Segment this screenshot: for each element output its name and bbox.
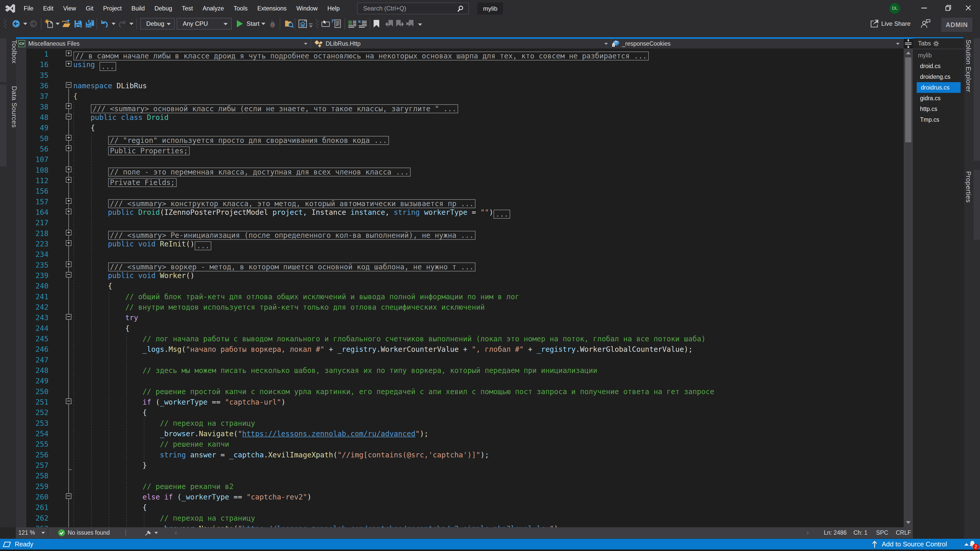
code-line-257[interactable]: } — [73, 460, 147, 471]
code-line-218[interactable]: /// <summary> Ре-инициализация (после оп… — [73, 228, 476, 240]
code-line-50[interactable]: // "region" используется просто для свор… — [73, 133, 389, 145]
zoom-caret[interactable] — [41, 532, 45, 534]
navigate-forward-icon[interactable] — [29, 20, 38, 28]
code-line-253[interactable]: // переход на страницу — [73, 418, 255, 429]
source-control-caret[interactable] — [964, 543, 969, 546]
account-button[interactable]: ADMIN — [941, 17, 972, 32]
code-line-239[interactable]: public void Worker() — [73, 270, 194, 281]
menu-extensions[interactable]: Extensions — [252, 0, 291, 17]
collapsed-region[interactable]: /// <summary> конструктор класса, это ме… — [108, 199, 476, 208]
code-line-260[interactable]: else if (_workerType == "captcha-rev2") — [73, 492, 311, 502]
expand-region-button[interactable]: + — [66, 145, 72, 151]
redo-icon[interactable] — [118, 20, 126, 28]
code-line-261[interactable]: { — [73, 502, 147, 513]
live-share-label[interactable]: Live Share — [881, 17, 911, 30]
collapse-region-button[interactable]: − — [66, 314, 72, 320]
start-debug-icon[interactable] — [236, 20, 244, 28]
menu-test[interactable]: Test — [177, 0, 198, 17]
expand-region-button[interactable]: + — [66, 61, 72, 67]
notification-badge[interactable]: 2 — [973, 544, 979, 550]
health-check-icon[interactable] — [58, 529, 65, 537]
code-editor[interactable]: 1+// в самом начале либы в классе дроид … — [16, 48, 904, 527]
code-line-250[interactable]: // решение простой капчи с поиском урла … — [73, 386, 714, 397]
menu-debug[interactable]: Debug — [150, 0, 177, 17]
web-browser-icon[interactable] — [298, 19, 307, 28]
collapsed-region[interactable]: // поле - это переменная класса, доступн… — [108, 168, 410, 176]
feedback-icon[interactable] — [921, 19, 931, 28]
tool-tab-toolbox[interactable]: Toolbox — [10, 40, 18, 64]
scrollbar-up-arrow[interactable] — [905, 51, 911, 55]
navbar-type-dropdown-label[interactable]: DLibRus.Http — [326, 39, 361, 48]
code-line-240[interactable]: { — [73, 281, 112, 291]
hot-reload-icon[interactable] — [269, 19, 277, 28]
expand-region-button[interactable]: + — [66, 103, 72, 109]
collapse-region-button[interactable]: − — [66, 272, 72, 278]
open-file-icon[interactable] — [62, 19, 71, 28]
health-status[interactable]: No issues found — [68, 527, 110, 538]
editor-splitter-handle[interactable] — [904, 39, 913, 48]
redo-dropdown[interactable] — [129, 23, 134, 25]
code-line-37[interactable]: { — [73, 91, 78, 102]
undo-dropdown[interactable] — [111, 23, 116, 25]
tab-gidra-cs[interactable]: gidra.cs — [913, 93, 964, 103]
code-cleanup-caret[interactable] — [154, 532, 158, 534]
code-line-262[interactable]: // переход на страницу — [73, 513, 255, 524]
collapse-region-button[interactable]: − — [66, 114, 72, 119]
restore-button[interactable] — [935, 0, 959, 16]
collapsed-region[interactable]: // в самом начале либы в классе дроид я … — [73, 52, 649, 60]
code-line-157[interactable]: /// <summary> конструктор класса, это ме… — [73, 197, 476, 208]
expand-region-button[interactable]: + — [66, 51, 72, 56]
save-icon[interactable] — [74, 20, 82, 28]
collapsed-region[interactable]: /// <summary> Ре-инициализация (после оп… — [108, 231, 476, 240]
code-line-49[interactable]: { — [73, 123, 95, 133]
new-file-dropdown[interactable] — [56, 23, 60, 25]
toolbar-grip[interactable] — [316, 19, 319, 29]
save-all-icon[interactable] — [85, 19, 95, 28]
code-line-255[interactable]: // решение капчи — [73, 439, 229, 449]
hscroll-left-arrow[interactable] — [173, 530, 177, 535]
tool-tab-solution-explorer[interactable]: Solution Explorer — [964, 40, 972, 92]
previous-bookmark-icon[interactable] — [385, 19, 393, 28]
expand-region-button[interactable]: + — [66, 240, 72, 246]
menu-project[interactable]: Project — [98, 0, 127, 17]
collapse-region-button[interactable]: − — [66, 399, 72, 404]
tab-group-mylib[interactable]: mylib — [913, 50, 964, 61]
code-line-56[interactable]: Public Properties; — [73, 144, 190, 156]
navbar-project-dropdown-label[interactable]: Miscellaneous Files — [28, 39, 80, 48]
configuration-dropdown[interactable]: Debug — [140, 18, 175, 30]
code-line-252[interactable]: { — [73, 407, 147, 418]
decrease-indent-icon[interactable] — [348, 20, 356, 28]
next-bookmark-icon[interactable] — [396, 19, 404, 28]
code-line-259[interactable]: // решение рекапчи в2 — [73, 481, 234, 492]
live-share-icon[interactable] — [870, 19, 879, 28]
expand-region-button[interactable]: + — [66, 230, 72, 235]
navbar-member-caret[interactable] — [896, 43, 900, 45]
tabs-settings-gear-icon[interactable] — [933, 40, 939, 47]
code-line-246[interactable]: _logs.Msg("начало работы воркера, локал … — [73, 344, 693, 354]
code-line-36[interactable]: namespace DLibRus — [73, 81, 147, 91]
code-line-245[interactable]: // лог начала работы с выводом локальног… — [73, 333, 706, 344]
collapsed-region[interactable]: Public Properties; — [108, 146, 189, 156]
editor-vertical-scrollbar[interactable] — [904, 48, 913, 527]
add-to-source-control-label[interactable]: Add to Source Control — [882, 539, 947, 549]
menu-help[interactable]: Help — [323, 0, 345, 17]
start-debug-dropdown[interactable] — [261, 23, 266, 25]
clear-bookmarks-icon[interactable] — [406, 19, 414, 28]
code-line-251[interactable]: if (_workerType == "captcha-url") — [73, 397, 286, 407]
code-line-16[interactable]: using ... — [73, 59, 116, 71]
avatar[interactable]: DL — [889, 3, 900, 14]
expand-region-button[interactable]: + — [66, 177, 72, 183]
close-button[interactable] — [956, 0, 980, 16]
code-line-256[interactable]: string answer = _captcha.XevilImageXpath… — [73, 450, 489, 460]
code-cleanup-icon[interactable] — [145, 530, 152, 536]
menu-window[interactable]: Window — [291, 0, 323, 17]
code-line-112[interactable]: Private Fields; — [73, 176, 177, 187]
code-line-242[interactable]: // внутри методов используется трай-кетч… — [73, 302, 485, 313]
collapsed-region[interactable]: Private Fields; — [108, 178, 177, 187]
new-file-icon[interactable] — [45, 19, 53, 28]
code-line-48[interactable]: public class Droid — [73, 112, 169, 123]
code-line-248[interactable]: // здесь мы можем писать несколько шабов… — [73, 365, 597, 376]
minimize-button[interactable] — [912, 0, 935, 16]
expand-region-button[interactable]: + — [66, 198, 72, 204]
menu-view[interactable]: View — [58, 0, 81, 17]
